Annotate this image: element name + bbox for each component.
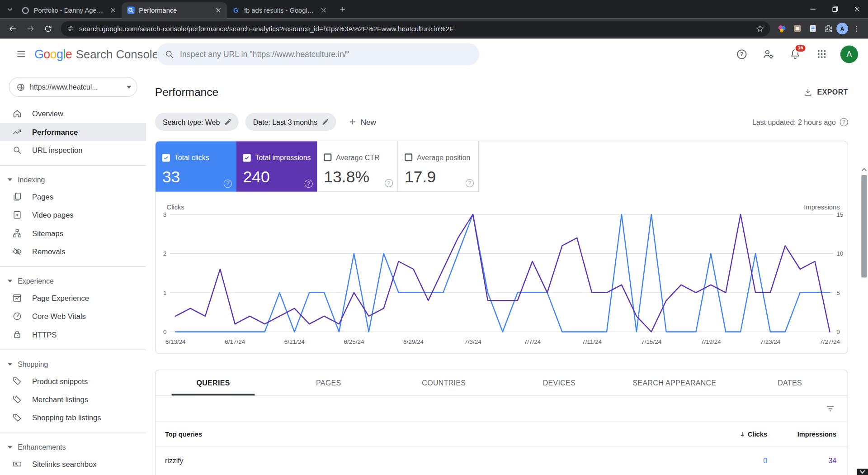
- extensions-puzzle-icon[interactable]: [821, 21, 835, 36]
- main-content: Performance EXPORT Search type: Web Date…: [146, 69, 868, 475]
- dimensions-table-card: QUERIESPAGESCOUNTRIESDEVICESSEARCH APPEA…: [155, 370, 848, 475]
- svg-text:0: 0: [163, 328, 166, 335]
- plus-icon: [349, 118, 358, 127]
- svg-text:7/7/24: 7/7/24: [524, 338, 541, 345]
- browser-tab-portfolio[interactable]: Portfolio - Danny Agency: [17, 2, 122, 19]
- metric-label: Total impressions: [255, 153, 311, 162]
- tab-countries[interactable]: COUNTRIES: [386, 370, 501, 395]
- user-settings-icon[interactable]: [760, 46, 776, 62]
- extension-colorful-icon[interactable]: [774, 21, 789, 36]
- url-text[interactable]: search.google.com/search-console/perform…: [79, 24, 751, 32]
- top-queries-header[interactable]: Top queries: [165, 430, 701, 438]
- page-scrollbar[interactable]: [860, 166, 868, 475]
- new-tab-icon[interactable]: [335, 2, 350, 17]
- browser-profile-avatar[interactable]: A: [836, 23, 848, 34]
- sidebar-section-shopping[interactable]: Shopping: [0, 356, 146, 372]
- product-name: Search Console: [76, 48, 159, 61]
- sidebar-section-enhancements[interactable]: Enhancements: [0, 439, 146, 456]
- browser-tab-google-search[interactable]: G fb ads results - Google Search: [227, 2, 332, 19]
- average-position-card[interactable]: Average position 17.9 ?: [398, 141, 479, 191]
- extension-generic-icon[interactable]: [790, 21, 804, 36]
- checkbox-icon[interactable]: [324, 153, 331, 161]
- svg-text:7/3/24: 7/3/24: [464, 338, 481, 345]
- total-impressions-card[interactable]: Total impressions 240 ?: [236, 141, 317, 191]
- tab-close-icon[interactable]: [319, 6, 328, 15]
- hamburger-menu-icon[interactable]: [10, 43, 32, 65]
- globe-icon: [16, 82, 26, 92]
- tab-pages[interactable]: PAGES: [271, 370, 386, 395]
- bookmark-star-icon[interactable]: [755, 24, 764, 33]
- site-info-icon[interactable]: [66, 24, 75, 33]
- reload-icon[interactable]: [40, 20, 57, 37]
- help-icon[interactable]: ?: [840, 118, 848, 126]
- account-avatar[interactable]: A: [840, 45, 858, 63]
- window-minimize-icon[interactable]: [802, 0, 824, 18]
- checkbox-icon[interactable]: [243, 154, 251, 162]
- sidebar-item-merchant-listings[interactable]: Merchant listings: [0, 390, 146, 408]
- gauge-icon: [12, 311, 23, 322]
- forward-icon[interactable]: [22, 20, 39, 37]
- sidebar-item-removals[interactable]: Removals: [0, 242, 146, 261]
- url-inspect-searchbar[interactable]: [157, 43, 480, 66]
- sidebar-item-core-web-vitals[interactable]: Core Web Vitals: [0, 308, 146, 326]
- tab-dates[interactable]: DATES: [732, 370, 848, 395]
- help-icon[interactable]: ?: [224, 180, 232, 188]
- sidebar-item-shopping-tab-listings[interactable]: Shopping tab listings: [0, 409, 146, 427]
- sidebar-section-indexing[interactable]: Indexing: [0, 171, 146, 188]
- search-type-chip[interactable]: Search type: Web: [155, 113, 239, 131]
- sidebar-item-url-inspection[interactable]: URL inspection: [0, 141, 146, 159]
- sidebar-item-page-experience[interactable]: Page Experience: [0, 289, 146, 307]
- sidebar-item-video-pages[interactable]: Video pages: [0, 206, 146, 224]
- clicks-header[interactable]: Clicks: [738, 430, 767, 438]
- filter-list-icon[interactable]: [826, 404, 835, 413]
- help-icon[interactable]: ?: [304, 180, 312, 188]
- sidebar-section-experience[interactable]: Experience: [0, 272, 146, 289]
- back-icon[interactable]: [5, 20, 21, 37]
- property-selector[interactable]: https://www.heatcul...: [9, 77, 137, 97]
- edit-pencil-icon: [224, 118, 232, 126]
- tab-queries[interactable]: QUERIES: [156, 370, 271, 395]
- browser-menu-kebab-icon[interactable]: [849, 21, 863, 36]
- impressions-header[interactable]: Impressions: [797, 430, 837, 438]
- notifications-bell-icon[interactable]: 15: [787, 46, 802, 62]
- checkbox-icon[interactable]: [162, 154, 170, 162]
- sidebar-item-sitemaps[interactable]: Sitemaps: [0, 224, 146, 242]
- average-ctr-card[interactable]: Average CTR 13.8% ?: [317, 141, 398, 191]
- sidebar-item-overview[interactable]: Overview: [0, 104, 146, 123]
- window-maximize-icon[interactable]: [824, 0, 846, 18]
- extension-docs-icon[interactable]: [806, 21, 820, 36]
- sidebar-item-product-snippets[interactable]: Product snippets: [0, 372, 146, 390]
- tab-close-icon[interactable]: [108, 6, 118, 15]
- url-bar[interactable]: search.google.com/search-console/perform…: [61, 21, 770, 36]
- sidebar-item-label: Removals: [32, 247, 66, 256]
- total-clicks-card[interactable]: Total clicks 33 ?: [156, 141, 236, 191]
- sidebar-item-https[interactable]: HTTPS: [0, 326, 146, 344]
- help-icon[interactable]: ?: [734, 46, 750, 62]
- sidebar-item-performance[interactable]: Performance: [0, 123, 146, 141]
- date-range-chip[interactable]: Date: Last 3 months: [245, 113, 336, 131]
- url-inspect-input[interactable]: [180, 50, 472, 59]
- new-filter-button[interactable]: New: [343, 118, 382, 127]
- search-type-chip-label: Search type: Web: [163, 118, 220, 126]
- sidebar-item-pages[interactable]: Pages: [0, 188, 146, 206]
- tab-devices[interactable]: DEVICES: [501, 370, 617, 395]
- tab-search-appearance[interactable]: SEARCH APPEARANCE: [617, 370, 732, 395]
- sidebar-item-sitelinks-searchbox[interactable]: Sitelinks searchbox: [0, 456, 146, 474]
- help-icon[interactable]: ?: [466, 179, 474, 187]
- scroll-down-icon[interactable]: [857, 469, 868, 475]
- svg-text:0: 0: [836, 328, 840, 335]
- browser-tab-performance[interactable]: Performance: [122, 2, 227, 19]
- table-row[interactable]: rizzify034: [156, 447, 848, 474]
- tab-close-icon[interactable]: [214, 6, 223, 15]
- checkbox-icon[interactable]: [405, 153, 412, 161]
- window-close-icon[interactable]: [846, 0, 868, 18]
- help-icon[interactable]: ?: [385, 179, 393, 187]
- scroll-up-icon[interactable]: [860, 167, 868, 172]
- tab-search-chevron-icon[interactable]: [3, 3, 16, 16]
- clicks-header-label: Clicks: [748, 430, 767, 438]
- scrollbar-thumb[interactable]: [861, 175, 867, 278]
- google-apps-grid-icon[interactable]: [814, 46, 829, 62]
- export-button[interactable]: EXPORT: [803, 87, 848, 97]
- app-logo[interactable]: Google Search Console: [34, 47, 159, 61]
- query-cell[interactable]: rizzify: [165, 456, 701, 464]
